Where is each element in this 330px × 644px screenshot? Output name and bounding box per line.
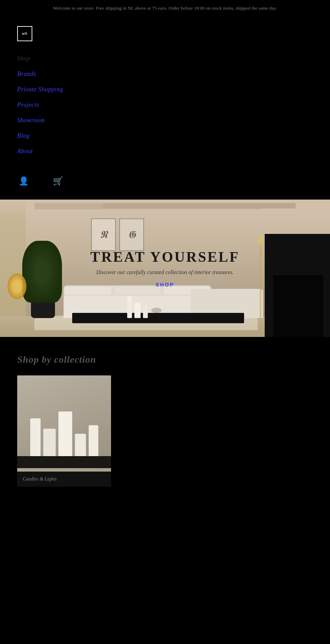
coffee-table <box>72 313 244 323</box>
nav-icons-row: 👤 🛒 <box>17 176 89 186</box>
nav-link-showroom[interactable]: Showroom <box>17 117 45 124</box>
logo-text: nfi <box>22 31 28 36</box>
announcement-text: Welcome to our store: Free shipping in N… <box>53 5 277 11</box>
nav-item-about[interactable]: About <box>17 144 89 159</box>
hero-section: 𝕹 𝕲 <box>0 200 330 337</box>
fireplace <box>265 234 330 337</box>
lantern <box>8 273 26 299</box>
nav-link-about[interactable]: About <box>17 148 33 155</box>
ceiling <box>0 200 330 220</box>
wall-art: 𝕹 𝕲 <box>91 218 144 251</box>
nav-link-blog[interactable]: Blog <box>17 132 30 139</box>
collection-section: Shop by collection <box>0 337 330 500</box>
candle-medium <box>134 303 141 318</box>
floor-lamp <box>260 242 261 318</box>
art-piece-1: 𝕹 <box>91 218 116 251</box>
lamp-head <box>258 236 263 246</box>
nav-item-shop[interactable]: Shop <box>17 51 89 66</box>
nav-link-private-shopping[interactable]: Private Shopping <box>17 86 63 93</box>
product-image-candles <box>17 375 111 472</box>
nav-item-private-shopping[interactable]: Private Shopping <box>17 82 89 97</box>
logo[interactable]: nfi <box>17 26 32 41</box>
surface <box>17 456 111 468</box>
cushion-2 <box>114 287 161 294</box>
fireplace-opening <box>273 275 323 337</box>
announcement-bar: Welcome to our store: Free shipping in N… <box>0 0 330 16</box>
bottom-section <box>0 500 330 603</box>
page-wrapper: Welcome to our store: Free shipping in N… <box>0 0 330 603</box>
candle-tall <box>127 296 132 318</box>
plant-leaves <box>22 241 62 303</box>
cart-icon[interactable]: 🛒 <box>53 176 63 186</box>
product-card-candles[interactable]: Candles & Lights <box>17 375 111 487</box>
nav-link-brands[interactable]: Brands <box>17 70 36 77</box>
candle-product-group <box>30 411 98 463</box>
cushion-1 <box>65 287 111 294</box>
sidebar-nav: nfi Shop Brands Private Shopping Project… <box>0 16 103 200</box>
nav-menu: Shop Brands Private Shopping Projects Sh… <box>17 51 89 159</box>
cp3 <box>58 411 72 463</box>
hero-subtitle: Discover our carefully curated collectio… <box>90 269 240 275</box>
nav-item-blog[interactable]: Blog <box>17 128 89 144</box>
nav-item-brands[interactable]: Brands <box>17 66 89 82</box>
hero-content: TREAT YOURSELF Discover our carefully cu… <box>90 249 240 288</box>
table-decor <box>151 308 162 313</box>
candle-short <box>143 306 148 318</box>
art-piece-2: 𝕲 <box>119 218 144 251</box>
collection-section-title: Shop by collection <box>17 354 313 365</box>
product-grid: Candles & Lights <box>17 375 313 487</box>
hero-cta-button[interactable]: SHOP <box>156 282 175 287</box>
user-icon[interactable]: 👤 <box>19 176 29 186</box>
nav-section: nfi Shop Brands Private Shopping Project… <box>0 16 330 200</box>
product-label-candles: Candles & Lights <box>17 472 111 487</box>
plant <box>26 242 64 318</box>
nav-link-projects[interactable]: Projects <box>17 101 39 108</box>
nav-link-shop[interactable]: Shop <box>17 55 30 62</box>
nav-item-showroom[interactable]: Showroom <box>17 113 89 128</box>
table-candles <box>127 296 148 318</box>
hero-title: TREAT YOURSELF <box>90 249 240 265</box>
nav-item-projects[interactable]: Projects <box>17 97 89 113</box>
ceiling-beam-2 <box>103 203 296 208</box>
